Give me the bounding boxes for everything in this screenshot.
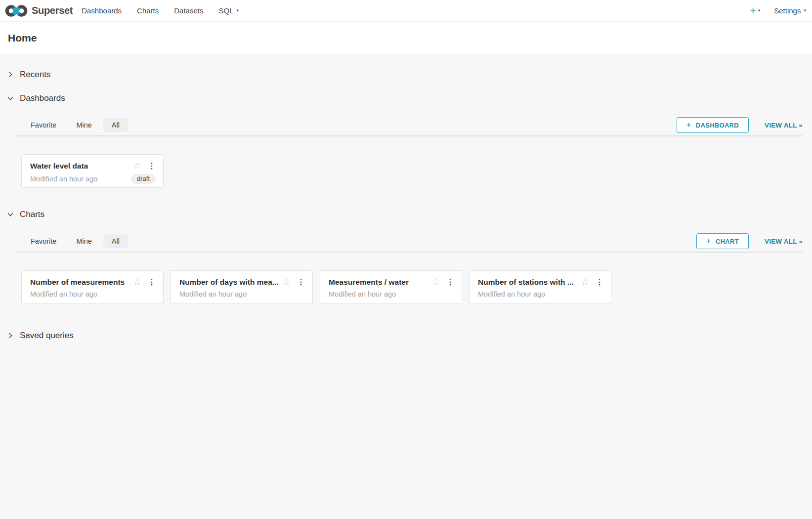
tab-mine[interactable]: Mine	[68, 234, 100, 248]
kebab-menu-icon[interactable]: ⋮	[148, 162, 156, 170]
nav-charts[interactable]: Charts	[137, 6, 159, 15]
home-content: Recents Dashboards Favorite Mine All + D…	[0, 69, 812, 342]
chart-card-title: Number of stations with ...	[478, 278, 581, 287]
chevron-right-icon	[7, 71, 14, 78]
charts-section-body: Favorite Mine All + CHART VIEW ALL » Num…	[16, 233, 803, 304]
dashboards-cards-row: Water level data ☆ ⋮ Modified an hour ag…	[21, 154, 803, 188]
dashboard-card[interactable]: Water level data ☆ ⋮ Modified an hour ag…	[21, 154, 164, 188]
dashboard-card-title: Water level data	[30, 162, 133, 171]
chevron-down-icon	[7, 211, 14, 218]
chart-card-title: Measurements / water	[329, 278, 431, 287]
nav-sql-label: SQL	[218, 6, 233, 15]
chevron-right-icon	[7, 332, 14, 339]
section-saved-queries-label: Saved queries	[20, 331, 74, 341]
new-item-menu[interactable]: + ▾	[750, 5, 760, 16]
tab-favorite[interactable]: Favorite	[22, 118, 65, 132]
chevron-down-icon: ▾	[758, 8, 761, 13]
divider	[16, 135, 803, 136]
chart-card[interactable]: Number of stations with ... ☆ ⋮ Modified…	[469, 270, 611, 304]
tab-all[interactable]: All	[103, 118, 128, 132]
superset-logo[interactable]: Superset	[5, 4, 73, 18]
tab-mine[interactable]: Mine	[68, 118, 100, 132]
chart-card-title: Number of measurements	[30, 278, 133, 287]
chart-card[interactable]: Measurements / water ☆ ⋮ Modified an hou…	[320, 270, 462, 304]
star-icon[interactable]: ☆	[133, 161, 141, 171]
charts-cards-row: Number of measurements ☆ ⋮ Modified an h…	[21, 270, 803, 304]
star-icon[interactable]: ☆	[581, 277, 589, 287]
dashboards-filter-tabs: Favorite Mine All	[22, 118, 128, 132]
nav-dashboards[interactable]: Dashboards	[82, 6, 122, 15]
nav-sql[interactable]: SQL ▾	[218, 6, 239, 15]
new-dashboard-button-label: DASHBOARD	[696, 122, 739, 129]
app-header: Superset Dashboards Charts Datasets SQL …	[0, 0, 812, 22]
chart-card[interactable]: Number of measurements ☆ ⋮ Modified an h…	[21, 270, 164, 304]
status-badge: draft	[131, 174, 156, 184]
section-recents-label: Recents	[20, 70, 50, 80]
chevron-down-icon: ▾	[804, 8, 806, 13]
section-dashboards-toggle[interactable]: Dashboards	[4, 92, 808, 104]
star-icon[interactable]: ☆	[133, 277, 141, 287]
section-dashboards-label: Dashboards	[20, 93, 65, 103]
tab-favorite[interactable]: Favorite	[22, 234, 65, 248]
kebab-menu-icon[interactable]: ⋮	[446, 278, 454, 286]
chart-card-modified: Modified an hour ago	[329, 290, 454, 298]
new-chart-button-label: CHART	[716, 238, 739, 245]
section-charts-toggle[interactable]: Charts	[4, 209, 808, 220]
title-bar: Home	[0, 22, 812, 54]
star-icon[interactable]: ☆	[431, 277, 440, 287]
plus-icon: +	[686, 120, 691, 130]
star-icon[interactable]: ☆	[282, 277, 291, 287]
settings-label: Settings	[774, 6, 801, 15]
kebab-menu-icon[interactable]: ⋮	[596, 278, 603, 286]
superset-infinity-icon	[5, 4, 28, 18]
main-nav: Dashboards Charts Datasets SQL ▾	[82, 6, 254, 15]
section-charts-label: Charts	[20, 210, 44, 219]
chart-card-title: Number of days with mea...	[179, 278, 282, 287]
chart-card[interactable]: Number of days with mea... ☆ ⋮ Modified …	[171, 270, 313, 304]
plus-icon: +	[750, 5, 756, 16]
new-dashboard-button[interactable]: + DASHBOARD	[677, 117, 749, 133]
plus-icon: +	[706, 236, 711, 246]
chevron-down-icon	[7, 95, 14, 102]
dashboards-section-body: Favorite Mine All + DASHBOARD VIEW ALL »…	[16, 117, 803, 188]
page-title: Home	[8, 32, 37, 44]
nav-datasets[interactable]: Datasets	[174, 6, 203, 15]
charts-view-all-link[interactable]: VIEW ALL »	[765, 238, 803, 245]
new-chart-button[interactable]: + CHART	[696, 233, 749, 249]
brand-name: Superset	[32, 5, 73, 16]
tab-all[interactable]: All	[103, 234, 128, 248]
chart-card-modified: Modified an hour ago	[478, 290, 603, 298]
kebab-menu-icon[interactable]: ⋮	[297, 278, 305, 286]
settings-menu[interactable]: Settings ▾	[774, 6, 806, 15]
chart-card-modified: Modified an hour ago	[179, 290, 305, 298]
kebab-menu-icon[interactable]: ⋮	[148, 278, 156, 286]
chevron-down-icon: ▾	[236, 8, 239, 13]
dashboard-card-modified: Modified an hour ago	[30, 175, 131, 183]
divider	[16, 252, 803, 253]
section-recents-toggle[interactable]: Recents	[4, 69, 808, 81]
section-saved-queries-toggle[interactable]: Saved queries	[4, 330, 808, 342]
chart-card-modified: Modified an hour ago	[30, 290, 156, 298]
charts-filter-tabs: Favorite Mine All	[22, 234, 128, 248]
dashboards-view-all-link[interactable]: VIEW ALL »	[765, 122, 803, 129]
